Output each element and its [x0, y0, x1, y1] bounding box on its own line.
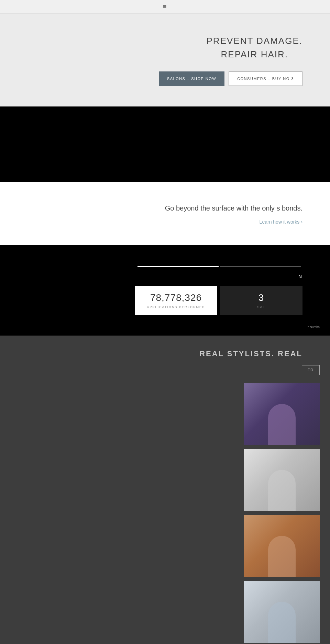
stylist-card-4[interactable] [244, 581, 320, 643]
stats-section: N 78,778,326 APPLICATIONS PERFORMED 3 SA… [0, 245, 330, 336]
stylist-cards [244, 383, 320, 643]
stylist-card-3[interactable] [244, 515, 320, 577]
stats-tab-row [138, 266, 302, 267]
salons-stat-box: 3 SAL [220, 286, 302, 315]
stats-tab-inactive [220, 266, 301, 267]
card-figure-2 [268, 470, 296, 511]
stylist-card-1[interactable] [244, 383, 320, 445]
stats-tab-active [138, 266, 219, 267]
video-section [0, 106, 330, 182]
card-figure-4 [268, 602, 296, 643]
stats-boxes: 78,778,326 APPLICATIONS PERFORMED 3 SAL [135, 286, 302, 315]
applications-stat-box: 78,778,326 APPLICATIONS PERFORMED [135, 286, 217, 315]
content-description: Go beyond the surface with the only s bo… [165, 203, 302, 214]
stats-number-label: N [298, 274, 302, 279]
header: ≡ [0, 0, 330, 14]
stats-footnote: * Numba [308, 325, 320, 329]
salons-number: 3 [230, 292, 292, 303]
card-figure-1 [268, 404, 296, 445]
applications-number: 78,778,326 [145, 292, 207, 303]
content-section: Go beyond the surface with the only s bo… [0, 182, 330, 245]
hero-section: PREVENT DAMAGE. REPAIR HAIR. SALONS – SH… [0, 14, 330, 106]
for-button[interactable]: FO [302, 365, 320, 375]
stylist-card-2[interactable] [244, 449, 320, 511]
consumers-buy-button[interactable]: CONSUMERS – BUY NO 3 [229, 71, 302, 86]
learn-link-chevron-icon: › [301, 219, 302, 225]
stylists-title: REAL STYLISTS. REAL [199, 349, 320, 358]
learn-link-text: Learn how it works [260, 219, 300, 225]
salons-label: SAL [230, 305, 292, 309]
learn-how-it-works-link[interactable]: Learn how it works › [260, 219, 302, 225]
salons-shop-button[interactable]: SALONS – SHOP NOW [159, 71, 224, 86]
stylists-section: REAL STYLISTS. REAL FO [0, 336, 330, 644]
hero-buttons: SALONS – SHOP NOW CONSUMERS – BUY NO 3 [159, 71, 302, 86]
hero-title: PREVENT DAMAGE. REPAIR HAIR. [207, 34, 302, 61]
card-figure-3 [268, 536, 296, 577]
hamburger-icon[interactable]: ≡ [163, 3, 167, 10]
applications-label: APPLICATIONS PERFORMED [145, 305, 207, 309]
